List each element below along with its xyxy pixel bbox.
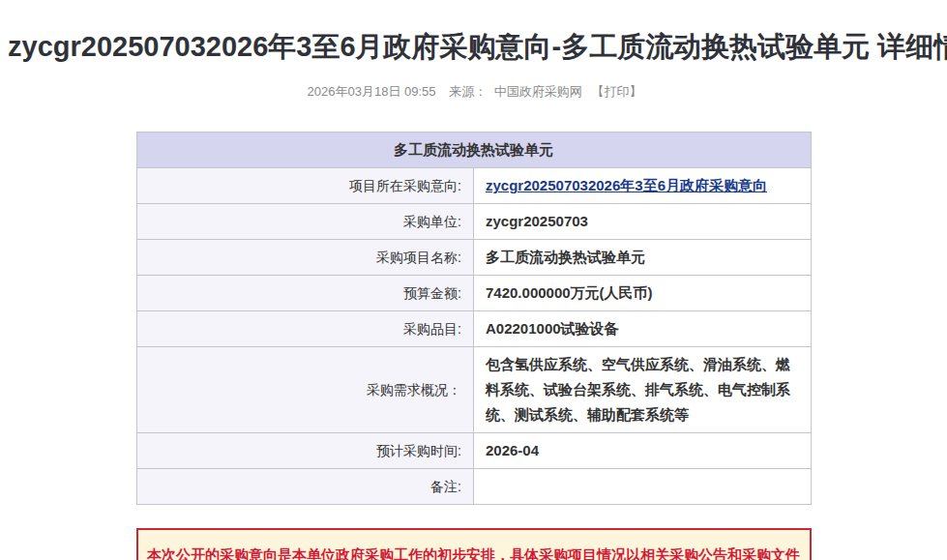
row-label-project-name: 采购项目名称: (136, 240, 474, 276)
row-value-purchase-time: 2026-04 (474, 433, 812, 469)
row-label-budget: 预算金额: (136, 276, 474, 311)
table-row-intent: 项目所在采购意向: zycgr202507032026年3至6月政府采购意向 (136, 168, 811, 204)
row-value-intent: zycgr202507032026年3至6月政府采购意向 (474, 168, 812, 204)
row-label-purchase-time: 预计采购时间: (136, 433, 474, 469)
row-value-budget: 7420.000000万元(人民币) (474, 276, 812, 311)
row-value-purchaser: zycgr20250703 (474, 204, 812, 240)
table-row-requirements: 采购需求概况： 包含氢供应系统、空气供应系统、滑油系统、燃料系统、试验台架系统、… (136, 347, 811, 433)
table-row-purchase-time: 预计采购时间: 2026-04 (136, 433, 811, 469)
page: zycgr202507032026年3至6月政府采购意向-多工质流动换热试验单元… (0, 0, 947, 560)
row-value-project-name: 多工质流动换热试验单元 (474, 240, 812, 276)
intent-link[interactable]: zycgr202507032026年3至6月政府采购意向 (486, 177, 767, 193)
row-label-intent: 项目所在采购意向: (136, 168, 474, 204)
table-title: 多工质流动换热试验单元 (136, 133, 811, 168)
meta-line: 2026年03月18日 09:55 来源： 中国政府采购网 【打印】 (0, 83, 947, 101)
page-title: zycgr202507032026年3至6月政府采购意向-多工质流动换热试验单元… (0, 0, 947, 64)
publish-datetime: 2026年03月18日 09:55 (308, 84, 436, 99)
print-button[interactable]: 【打印】 (591, 84, 641, 99)
row-label-requirements: 采购需求概况： (136, 347, 474, 433)
row-value-category: A02201000试验设备 (474, 311, 812, 347)
notice-box: 本次公开的采购意向是本单位政府采购工作的初步安排，具体采购项目情况以相关采购公告… (136, 528, 812, 560)
table-row-category: 采购品目: A02201000试验设备 (136, 311, 811, 347)
table-row-project-name: 采购项目名称: 多工质流动换热试验单元 (136, 240, 811, 276)
source-name: 中国政府采购网 (494, 84, 582, 99)
source-label: 来源： (449, 84, 487, 99)
table-header-row: 多工质流动换热试验单元 (136, 133, 811, 168)
row-label-purchaser: 采购单位: (136, 204, 474, 240)
row-value-requirements: 包含氢供应系统、空气供应系统、滑油系统、燃料系统、试验台架系统、排气系统、电气控… (474, 347, 812, 433)
table-row-budget: 预算金额: 7420.000000万元(人民币) (136, 276, 811, 311)
row-value-remarks (474, 469, 812, 505)
row-label-category: 采购品目: (136, 311, 474, 347)
detail-table: 多工质流动换热试验单元 项目所在采购意向: zycgr202507032026年… (136, 132, 812, 505)
table-row-remarks: 备注: (136, 469, 811, 505)
row-label-remarks: 备注: (136, 469, 474, 505)
table-row-purchaser: 采购单位: zycgr20250703 (136, 204, 811, 240)
notice-text: 本次公开的采购意向是本单位政府采购工作的初步安排，具体采购项目情况以相关采购公告… (147, 546, 800, 560)
